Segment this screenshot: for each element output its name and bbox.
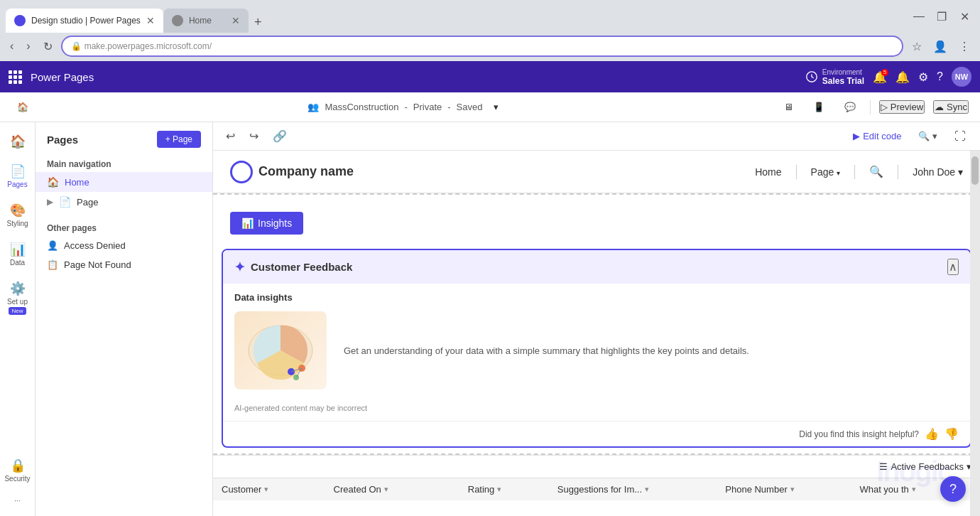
mobile-view-button[interactable]: 📱 [807, 99, 830, 115]
add-page-button[interactable]: + Page [157, 131, 201, 148]
tab-design-studio[interactable]: Design studio | Power Pages ✕ [6, 9, 163, 33]
not-found-item[interactable]: 📋 Page Not Found [36, 255, 212, 274]
thumbs-up-button[interactable]: 👍 [925, 427, 939, 441]
nav-divider-3 [898, 165, 898, 179]
nav-item-security[interactable]: 🔒 Security [2, 452, 33, 488]
helpful-text: Did you find this insight helpful? [799, 429, 919, 439]
scrollbar-thumb[interactable] [971, 156, 979, 185]
site-dropdown-button[interactable]: ▾ [488, 99, 504, 115]
sync-icon: ☁ [935, 102, 944, 112]
maximize-button[interactable]: ❐ [932, 6, 952, 26]
sync-label: Sync [947, 102, 967, 112]
notification-badge: 5 [881, 69, 888, 76]
waffle-icon[interactable] [9, 70, 22, 84]
back-button[interactable]: ‹ [6, 37, 18, 55]
notifications-button[interactable]: 🔔 5 [873, 70, 887, 84]
address-text: make.powerpages.microsoft.com/ [85, 41, 212, 51]
site-nav-page[interactable]: Page ▾ [811, 166, 841, 178]
page-item-page[interactable]: ▶ 📄 Page [36, 192, 212, 212]
nav-item-setup[interactable]: ⚙️ Set up New [2, 275, 33, 321]
alerts-button[interactable]: 🔔 [895, 70, 910, 84]
site-search-icon[interactable]: 🔍 [869, 165, 883, 178]
undo-button[interactable]: ↩ [222, 127, 239, 146]
zoom-button[interactable]: 🔍 ▾ [913, 128, 943, 144]
environment-icon [805, 70, 818, 83]
site-visibility: Private [413, 102, 442, 112]
site-user-link[interactable]: John Doe ▾ [913, 166, 963, 178]
canvas-scrollbar[interactable] [970, 151, 980, 516]
helpful-row: Did you find this insight helpful? 👍 👎 [223, 421, 970, 446]
pages-panel-title: Pages [47, 134, 78, 146]
link-button[interactable]: 🔗 [268, 127, 291, 146]
new-tab-button[interactable]: + [249, 12, 268, 33]
fullscreen-button[interactable]: ⛶ [949, 127, 971, 146]
data-chart [234, 311, 327, 389]
page-item-home[interactable]: 🏠 Home ··· [36, 172, 212, 192]
preview-frame: Company name Home Page ▾ 🔍 John Doe ▾ [213, 151, 980, 516]
nav-item-home[interactable]: 🏠 [2, 128, 33, 155]
insights-tab-wrapper: 📊 Insights [213, 195, 980, 243]
tab-close-design-studio[interactable]: ✕ [146, 15, 155, 26]
insights-tab[interactable]: 📊 Insights [230, 212, 303, 235]
site-status: Saved [457, 102, 483, 112]
close-button[interactable]: ✕ [954, 6, 974, 26]
forward-button[interactable]: › [22, 37, 34, 55]
tab-home[interactable]: Home ✕ [163, 9, 249, 33]
sub-header: 🏠 👥 MassConstruction - Private - Saved ▾… [0, 92, 980, 122]
avatar[interactable]: NW [952, 67, 971, 87]
desktop-view-button[interactable]: 🖥 [778, 99, 799, 115]
edit-code-button[interactable]: ▶ Edit code [847, 128, 907, 144]
site-preview: Company name Home Page ▾ 🔍 John Doe ▾ [213, 151, 980, 516]
preview-button[interactable]: ▷ Preview [879, 100, 925, 114]
site-name: MassConstruction [325, 102, 398, 112]
col-suggestions-label: Suggestions for Im... [557, 484, 642, 495]
browser-tabs: Design studio | Power Pages ✕ Home ✕ + [6, 0, 900, 33]
data-description: Get an understanding of your data with a… [344, 345, 959, 356]
data-icon: 📊 [10, 242, 26, 257]
site-nav-home[interactable]: Home [755, 166, 781, 178]
nav-item-pages[interactable]: 📄 Pages [2, 158, 33, 194]
sync-button[interactable]: ☁ Sync [933, 100, 969, 114]
refresh-button[interactable]: ↻ [39, 37, 57, 56]
other-pages-section: Other pages 👤 Access Denied 📋 Page Not F… [36, 217, 212, 274]
nav-item-more[interactable]: ··· [2, 491, 33, 510]
active-feedbacks-filter[interactable]: ☰ Active Feedbacks ▾ [879, 461, 971, 472]
preview-icon: ▷ [881, 102, 888, 112]
thumbs-down-button[interactable]: 👎 [944, 427, 959, 441]
insights-tab-label: Insights [258, 217, 292, 229]
styling-icon: 🎨 [10, 203, 26, 218]
header-right: Environment Sales Trial 🔔 5 🔔 ⚙ ? NW [805, 67, 971, 87]
col-customer[interactable]: Customer ▾ [222, 484, 334, 495]
feedback-title-text: Customer Feedback [251, 261, 352, 273]
home-nav-button[interactable]: 🏠 [11, 99, 34, 115]
help-button[interactable]: ? [937, 70, 943, 83]
settings-button[interactable]: ⚙ [918, 70, 928, 84]
help-button[interactable]: ? [940, 476, 966, 502]
pp-favicon [14, 15, 26, 26]
active-feedbacks-label: Active Feedbacks [891, 461, 964, 472]
nav-item-styling[interactable]: 🎨 Styling [2, 197, 33, 233]
minimize-button[interactable]: — [909, 6, 929, 26]
col-phone[interactable]: Phone Number ▾ [725, 484, 859, 495]
profile-button[interactable]: 👤 [929, 37, 952, 56]
redo-button[interactable]: ↪ [245, 127, 263, 146]
left-nav: 🏠 📄 Pages 🎨 Styling 📊 Data ⚙️ Set up New… [0, 122, 36, 516]
address-bar[interactable]: 🔒 make.powerpages.microsoft.com/ [61, 36, 903, 57]
collab-icon: 👥 [307, 102, 319, 112]
col-suggestions[interactable]: Suggestions for Im... ▾ [557, 484, 725, 495]
feedback-card: ✦ Customer Feedback ∧ Data insights [222, 249, 971, 448]
menu-button[interactable]: ⋮ [954, 37, 974, 56]
col-rating[interactable]: Rating ▾ [468, 484, 557, 495]
security-label: Security [4, 475, 30, 483]
access-denied-item[interactable]: 👤 Access Denied [36, 236, 212, 255]
col-created-on-sort: ▾ [384, 485, 388, 494]
tab-label-design-studio: Design studio | Power Pages [31, 16, 141, 26]
environment-badge: Environment Sales Trial [805, 68, 864, 86]
feedback-collapse-button[interactable]: ∧ [947, 259, 959, 275]
tab-close-home[interactable]: ✕ [232, 15, 240, 26]
nav-item-data[interactable]: 📊 Data [2, 236, 33, 272]
col-created-on[interactable]: Created On ▾ [334, 484, 468, 495]
comment-button[interactable]: 💬 [839, 99, 861, 115]
data-insights-content: Get an understanding of your data with a… [234, 311, 959, 389]
bookmark-button[interactable]: ☆ [908, 37, 926, 56]
